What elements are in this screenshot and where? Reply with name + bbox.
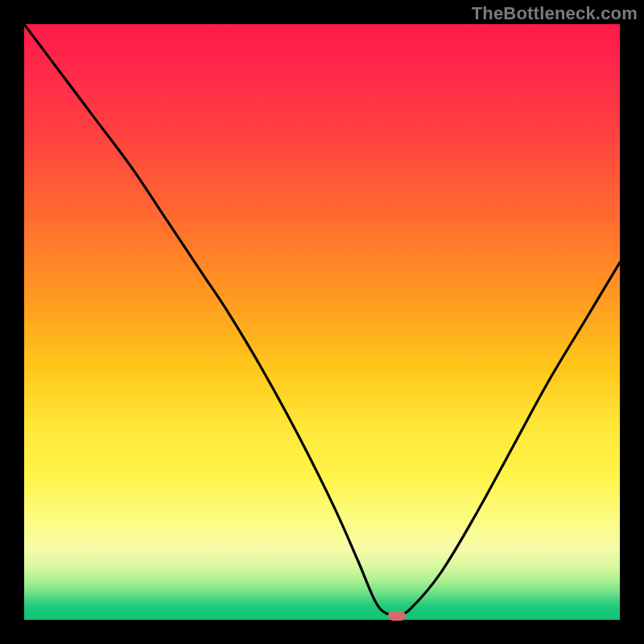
optimal-marker: [388, 611, 406, 621]
bottleneck-curve: [24, 24, 620, 620]
watermark-text: TheBottleneck.com: [472, 3, 638, 24]
chart-frame: TheBottleneck.com: [0, 0, 644, 644]
plot-area: [24, 24, 620, 620]
